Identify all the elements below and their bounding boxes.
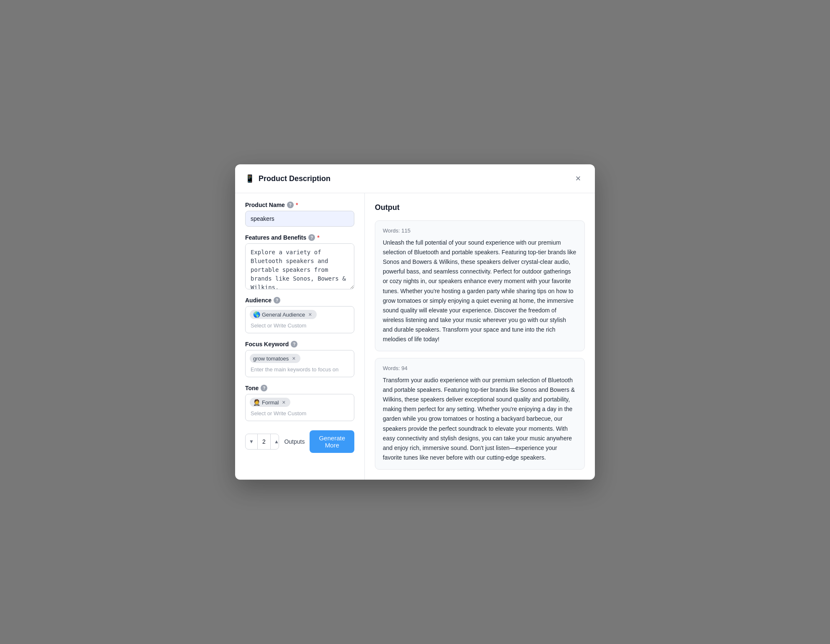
audience-tags-row: 🌎 General Audience × [250, 310, 350, 319]
audience-tag-text: General Audience [262, 312, 305, 318]
tone-custom-input[interactable] [250, 409, 322, 417]
tone-tag-text: Formal [262, 399, 279, 406]
focus-keyword-tag-input[interactable]: grow tomatoes × [245, 350, 354, 377]
output-text-1: Unleash the full potential of your sound… [383, 238, 577, 344]
modal-overlay: 📱 Product Description × Product Name ? * [0, 0, 830, 644]
modal-body: Product Name ? * Features and Benefits ?… [235, 193, 595, 480]
tone-field: Tone ? 🤵 Formal × [245, 385, 354, 421]
audience-tag-emoji: 🌎 [253, 311, 260, 318]
generate-more-button[interactable]: Generate More [310, 430, 354, 453]
product-name-input[interactable] [245, 211, 354, 227]
focus-keyword-field: Focus Keyword ? grow tomatoes × [245, 341, 354, 377]
audience-label: Audience ? [245, 297, 354, 304]
product-description-modal: 📱 Product Description × Product Name ? * [235, 164, 595, 480]
close-button[interactable]: × [571, 172, 585, 185]
features-benefits-help-icon[interactable]: ? [308, 234, 315, 241]
focus-keyword-tag-grow-tomatoes: grow tomatoes × [250, 354, 300, 363]
output-card-2: Words: 94 Transform your audio experienc… [375, 358, 585, 470]
output-card-1: Words: 115 Unleash the full potential of… [375, 220, 585, 351]
stepper-down-button[interactable]: ▼ [246, 434, 257, 449]
outputs-row: ▼ 2 ▲ Outputs Generate More [245, 430, 354, 453]
audience-tag-input[interactable]: 🌎 General Audience × [245, 306, 354, 333]
outputs-label: Outputs [284, 438, 305, 445]
tone-tag-emoji: 🤵 [253, 399, 260, 406]
focus-keyword-tag-text: grow tomatoes [253, 355, 289, 362]
audience-field: Audience ? 🌎 General Audience × [245, 297, 354, 333]
output-text-2: Transform your audio experience with our… [383, 376, 577, 463]
product-name-help-icon[interactable]: ? [287, 202, 294, 208]
tone-tag-formal: 🤵 Formal × [250, 398, 290, 407]
features-benefits-label: Features and Benefits ? * [245, 234, 354, 241]
features-benefits-field: Features and Benefits ? * Explore a vari… [245, 234, 354, 289]
focus-keyword-tags-row: grow tomatoes × [250, 354, 350, 363]
modal-header: 📱 Product Description × [235, 164, 595, 193]
output-title: Output [375, 203, 585, 212]
outputs-stepper[interactable]: ▼ 2 ▲ [245, 434, 279, 450]
tone-label: Tone ? [245, 385, 354, 391]
audience-tag-remove[interactable]: × [307, 311, 313, 318]
tone-help-icon[interactable]: ? [261, 385, 267, 391]
stepper-up-button[interactable]: ▲ [271, 434, 279, 449]
focus-keyword-help-icon[interactable]: ? [291, 341, 297, 348]
focus-keyword-custom-input[interactable] [250, 365, 350, 373]
features-benefits-input[interactable]: Explore a variety of Bluetooth speakers … [245, 243, 354, 289]
product-name-field: Product Name ? * [245, 202, 354, 227]
tone-tags-row: 🤵 Formal × [250, 398, 350, 417]
right-panel: Output Words: 115 Unleash the full poten… [365, 193, 595, 480]
focus-keyword-tag-remove[interactable]: × [290, 355, 297, 362]
audience-tag-general: 🌎 General Audience × [250, 310, 317, 319]
product-name-label: Product Name ? * [245, 202, 354, 208]
output-word-count-2: Words: 94 [383, 365, 577, 371]
features-benefits-required: * [317, 234, 319, 241]
modal-title-row: 📱 Product Description [245, 174, 330, 183]
audience-help-icon[interactable]: ? [274, 297, 280, 304]
left-panel: Product Name ? * Features and Benefits ?… [235, 193, 365, 480]
modal-icon: 📱 [245, 174, 254, 183]
focus-keyword-label: Focus Keyword ? [245, 341, 354, 348]
tone-tag-remove[interactable]: × [280, 399, 287, 406]
output-word-count-1: Words: 115 [383, 227, 577, 234]
modal-title: Product Description [259, 174, 330, 183]
stepper-value: 2 [257, 434, 271, 450]
audience-custom-input[interactable] [250, 322, 350, 330]
product-name-required: * [296, 202, 298, 208]
tone-tag-input[interactable]: 🤵 Formal × [245, 394, 354, 421]
